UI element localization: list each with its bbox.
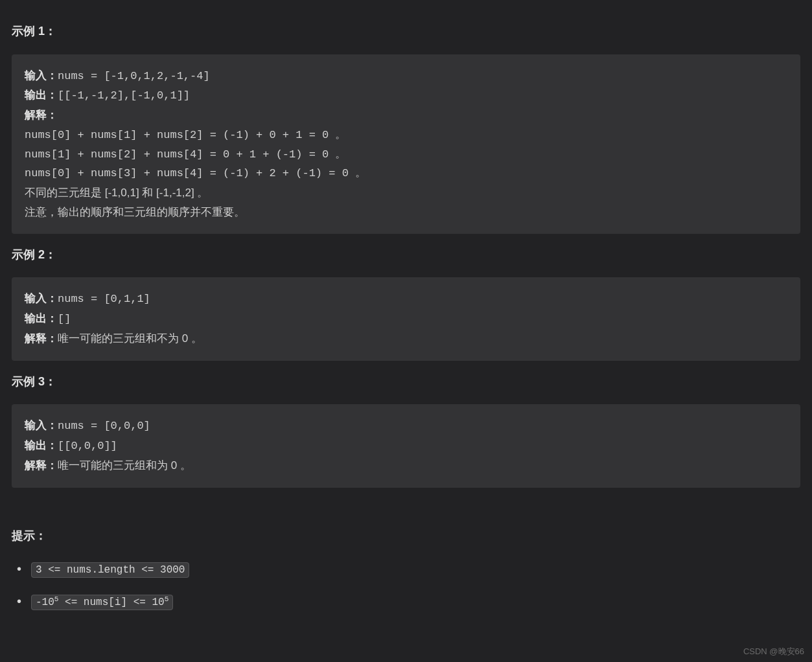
explain-label: 解释： <box>25 459 58 472</box>
hint-item-1: 3 <= nums.length <= 3000 <box>17 560 800 579</box>
ex1-input-value: nums = [-1,0,1,2,-1,-4] <box>58 70 210 82</box>
ex1-input-line: 输入：nums = [-1,0,1,2,-1,-4] <box>25 66 787 86</box>
explain-label: 解释： <box>25 332 58 345</box>
ex3-output-line: 输出：[[0,0,0]] <box>25 436 787 456</box>
explain-label: 解释： <box>25 109 58 121</box>
ex1-output-line: 输出：[[-1,-1,2],[-1,0,1]] <box>25 86 787 106</box>
ex2-output-line: 输出：[] <box>25 309 787 329</box>
ex2-input-line: 输入：nums = [0,1,1] <box>25 289 787 309</box>
watermark: CSDN @晚安66 <box>743 645 804 658</box>
output-label: 输出： <box>25 312 58 325</box>
ex2-output-value: [] <box>58 313 71 325</box>
ex1-explain-line-1: nums[1] + nums[2] + nums[4] = 0 + 1 + (-… <box>25 145 787 165</box>
ex1-plain-line-1: 注意，输出的顺序和三元组的顺序并不重要。 <box>25 203 787 222</box>
hint-list: 3 <= nums.length <= 3000 -105 <= nums[i]… <box>12 560 800 611</box>
ex1-plain-line-0: 不同的三元组是 [-1,0,1] 和 [-1,-1,2] 。 <box>25 183 787 203</box>
hint-2-mid: <= nums[i] <= 10 <box>58 597 164 608</box>
example-3-heading: 示例 3： <box>12 372 800 392</box>
input-label: 输入： <box>25 419 58 431</box>
ex3-explain-text: 唯一可能的三元组和为 0 。 <box>58 459 191 472</box>
ex3-input-line: 输入：nums = [0,0,0] <box>25 416 787 436</box>
example-2-block: 输入：nums = [0,1,1] 输出：[] 解释：唯一可能的三元组和不为 0… <box>12 277 800 360</box>
ex2-explain-line: 解释：唯一可能的三元组和不为 0 。 <box>25 329 787 349</box>
hint-2-pre: -10 <box>36 597 54 608</box>
ex2-input-value: nums = [0,1,1] <box>58 293 150 305</box>
hints-heading: 提示： <box>12 527 800 546</box>
ex1-explain-line-2: nums[0] + nums[3] + nums[4] = (-1) + 2 +… <box>25 164 787 183</box>
example-2-heading: 示例 2： <box>12 245 800 265</box>
hint-item-2: -105 <= nums[i] <= 105 <box>17 592 800 611</box>
hint-1-code: 3 <= nums.length <= 3000 <box>31 562 189 578</box>
output-label: 输出： <box>25 89 58 101</box>
ex2-explain-text: 唯一可能的三元组和不为 0 。 <box>58 332 202 345</box>
example-1-heading: 示例 1： <box>12 22 800 41</box>
input-label: 输入： <box>25 292 58 304</box>
example-1-block: 输入：nums = [-1,0,1,2,-1,-4] 输出：[[-1,-1,2]… <box>12 54 800 234</box>
ex3-input-value: nums = [0,0,0] <box>58 420 150 432</box>
hint-2-code: -105 <= nums[i] <= 105 <box>31 595 173 610</box>
ex3-output-value: [[0,0,0]] <box>58 440 117 452</box>
input-label: 输入： <box>25 69 58 82</box>
ex3-explain-line: 解释：唯一可能的三元组和为 0 。 <box>25 456 787 476</box>
ex1-explain-label-line: 解释： <box>25 106 787 126</box>
output-label: 输出： <box>25 439 58 451</box>
ex1-explain-line-0: nums[0] + nums[1] + nums[2] = (-1) + 0 +… <box>25 126 787 145</box>
hint-2-sup2: 5 <box>165 595 169 603</box>
hints-section: 提示： 3 <= nums.length <= 3000 -105 <= num… <box>12 527 800 611</box>
ex1-output-value: [[-1,-1,2],[-1,0,1]] <box>58 89 190 102</box>
example-3-block: 输入：nums = [0,0,0] 输出：[[0,0,0]] 解释：唯一可能的三… <box>12 404 800 487</box>
